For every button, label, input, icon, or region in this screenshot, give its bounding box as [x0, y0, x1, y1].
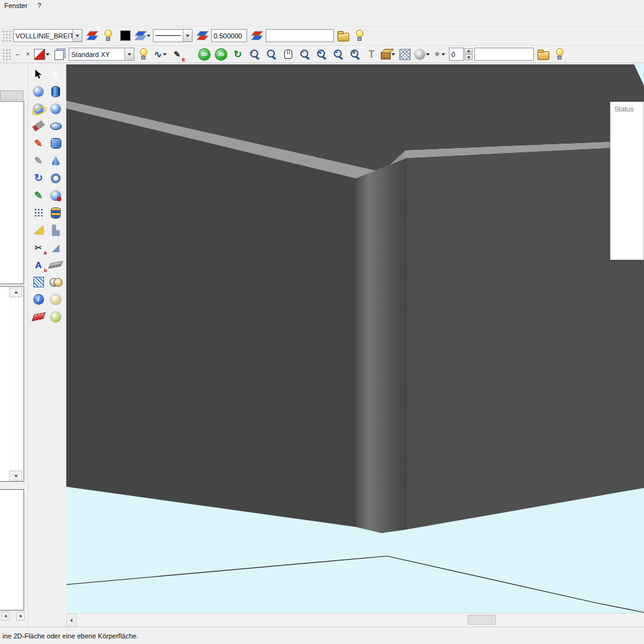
- spline-mode-icon-dropdown-arrow[interactable]: [163, 53, 167, 58]
- solid-cone-icon[interactable]: [48, 153, 64, 168]
- scroll-right-button[interactable]: [16, 612, 25, 620]
- measure-tool-icon[interactable]: [30, 118, 46, 134]
- zoom-out-icon[interactable]: −: [297, 47, 312, 62]
- line-type-combobox[interactable]: VOLLLINIE_BREIT: [13, 29, 82, 42]
- status-palette[interactable]: Status: [610, 102, 644, 260]
- line-style-combobox[interactable]: [153, 29, 193, 42]
- text-tool-icon[interactable]: Ab: [30, 257, 46, 272]
- triangle-ruler-icon[interactable]: [30, 222, 46, 238]
- pen-selection-icon-dropdown-arrow[interactable]: [147, 35, 150, 39]
- workplane-visibility-icon[interactable]: [136, 47, 151, 62]
- green-pen-icon[interactable]: ✎: [30, 188, 46, 203]
- orbit-sphere-icon[interactable]: [30, 101, 46, 116]
- scroll-down-button[interactable]: [9, 471, 22, 481]
- pick-cursor-icon[interactable]: [48, 66, 64, 82]
- scroll-track[interactable]: [9, 297, 22, 471]
- line-name-input[interactable]: [266, 29, 334, 42]
- eraser-tool-icon[interactable]: [30, 309, 46, 324]
- dock-minimize-button[interactable]: –: [13, 50, 22, 59]
- zoom-previous-icon[interactable]: ◂: [314, 47, 329, 62]
- solid-disc-icon[interactable]: [48, 118, 64, 134]
- view-bulb-icon[interactable]: [552, 47, 567, 62]
- spline-mode-icon[interactable]: ∿: [153, 47, 168, 62]
- zoom-window-icon[interactable]: ▪: [247, 47, 262, 62]
- view-toolbar-grip[interactable]: [1, 48, 11, 61]
- line-toolbar-grip[interactable]: [1, 29, 11, 43]
- solid-sphere-point-icon[interactable]: [48, 188, 64, 203]
- assign-layer-icon[interactable]: [84, 28, 99, 43]
- display-mode-icon[interactable]: [34, 47, 50, 62]
- mode-3d-button[interactable]: 3D: [214, 47, 228, 62]
- depth-spinner-down-button[interactable]: [464, 54, 472, 60]
- sphere-tan-icon[interactable]: [48, 292, 64, 307]
- sphere-pair-icon[interactable]: [48, 274, 64, 290]
- solid-blade-icon[interactable]: [48, 257, 64, 272]
- workplane-combobox-dropdown-button[interactable]: [124, 48, 134, 60]
- all-layers-bulb-icon[interactable]: [352, 28, 367, 43]
- hscroll-left-button[interactable]: [66, 614, 77, 627]
- regenerate-icon[interactable]: ↻: [30, 170, 46, 186]
- zoom-out-icon-shape: −: [299, 49, 310, 60]
- 3d-viewport[interactable]: [66, 64, 644, 613]
- hatch-tool-icon[interactable]: [30, 274, 46, 290]
- solid-cylinder-icon[interactable]: [48, 84, 64, 99]
- line-type-combobox-dropdown-button[interactable]: [72, 30, 82, 41]
- brush-tool-icon[interactable]: ✎: [30, 153, 46, 168]
- light-star-icon[interactable]: ★: [432, 47, 447, 62]
- solid-display-icon-dropdown-arrow[interactable]: [391, 53, 395, 58]
- render-sphere-icon[interactable]: [414, 47, 430, 62]
- scroll-up-button[interactable]: [9, 287, 22, 297]
- apply-line-width-icon[interactable]: [249, 28, 264, 43]
- sphere-tool-icon[interactable]: [30, 84, 46, 99]
- drawing-sheets-icon[interactable]: [52, 47, 67, 62]
- pan-hand-icon[interactable]: [281, 47, 295, 62]
- scroll-left-button[interactable]: [1, 612, 10, 620]
- line-color-swatch[interactable]: [118, 28, 133, 43]
- menu-item-fenster[interactable]: Fenster: [2, 1, 30, 10]
- pen-selection-icon[interactable]: [134, 28, 151, 43]
- zoom-extents-icon[interactable]: ∗: [347, 47, 362, 62]
- line-style-combobox-dropdown-button[interactable]: [183, 30, 192, 41]
- zoom-in-icon[interactable]: +: [331, 47, 346, 62]
- mode-2d-button[interactable]: 2D: [197, 47, 212, 62]
- tsquare-icon[interactable]: T: [364, 47, 379, 62]
- solid-block-icon[interactable]: ▙: [48, 222, 64, 238]
- depth-spinner-up-button[interactable]: [464, 48, 472, 54]
- dock-close-button[interactable]: ×: [24, 50, 32, 59]
- workplane-combobox[interactable]: Standard XY: [69, 48, 134, 61]
- solid-sphere-icon[interactable]: [48, 101, 64, 116]
- select-cursor-icon[interactable]: [30, 66, 46, 82]
- edit-element-icon[interactable]: ✎E: [170, 47, 185, 62]
- render-sphere-icon-dropdown-arrow[interactable]: [426, 53, 430, 58]
- layer-visibility-icon[interactable]: [101, 28, 116, 43]
- depth-spinner-value-input[interactable]: [449, 48, 464, 61]
- preview-panel[interactable]: [0, 489, 24, 611]
- box-right-face: [407, 146, 644, 529]
- solid-wedge-icon[interactable]: ◢: [48, 240, 64, 255]
- apply-line-style-icon[interactable]: [194, 28, 209, 43]
- zoom-select-icon[interactable]: [264, 47, 279, 62]
- solid-stack-icon[interactable]: [48, 205, 64, 220]
- solid-torus-icon[interactable]: [48, 170, 64, 186]
- red-pencil-icon[interactable]: ✎: [30, 136, 46, 151]
- sphere-green-icon[interactable]: [48, 309, 64, 324]
- light-star-icon-dropdown-arrow[interactable]: [442, 53, 445, 58]
- panel-vertical-scrollbar[interactable]: [9, 287, 22, 481]
- grid-display-icon[interactable]: [398, 47, 412, 62]
- point-grid-icon[interactable]: [30, 205, 46, 220]
- info-tool-icon[interactable]: i: [30, 292, 46, 307]
- line-width-input[interactable]: [211, 29, 247, 42]
- orbit-view-icon[interactable]: ↻: [230, 47, 245, 62]
- solid-rounded-cube-icon[interactable]: [48, 136, 64, 151]
- display-mode-icon-dropdown-arrow[interactable]: [46, 53, 50, 58]
- layer-folder-icon[interactable]: [336, 28, 350, 43]
- hscroll-track[interactable]: [77, 614, 644, 627]
- solid-display-icon[interactable]: [381, 47, 396, 62]
- hscroll-thumb[interactable]: [468, 615, 496, 625]
- view-folder-icon[interactable]: [536, 47, 550, 62]
- menu-item-help[interactable]: ?: [35, 1, 43, 10]
- trim-text-icon[interactable]: ✂A: [30, 240, 46, 255]
- panel-collapsed-row[interactable]: [0, 90, 24, 100]
- structure-panel[interactable]: [0, 101, 24, 284]
- view-name-input[interactable]: [474, 48, 534, 61]
